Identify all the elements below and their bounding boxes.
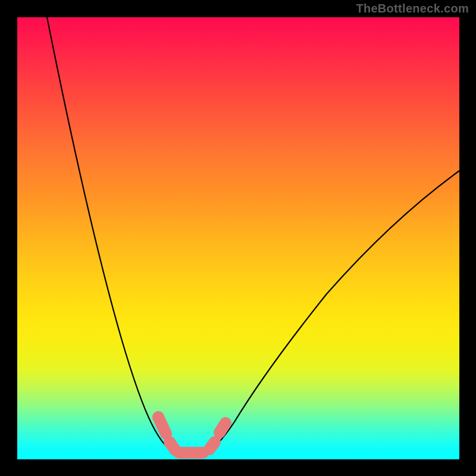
chart-lines xyxy=(17,17,459,459)
watermark-text: TheBottleneck.com xyxy=(356,2,469,15)
chart-frame: TheBottleneck.com xyxy=(0,0,476,476)
curve-right xyxy=(204,171,459,455)
curve-bump-marks xyxy=(158,417,226,453)
curve-left xyxy=(47,17,183,455)
